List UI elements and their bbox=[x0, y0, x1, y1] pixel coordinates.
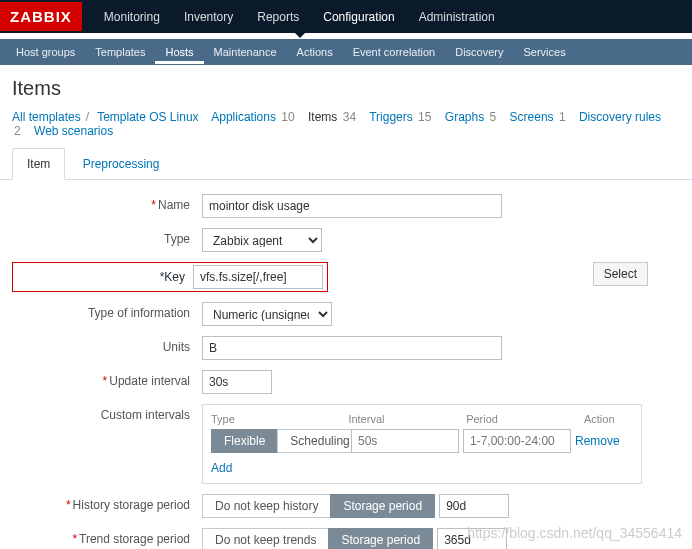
sub-nav: Host groups Templates Hosts Maintenance … bbox=[0, 39, 692, 65]
bc-graphs[interactable]: Graphs bbox=[445, 110, 484, 124]
bc-graphs-count: 5 bbox=[490, 110, 497, 124]
bc-items: Items bbox=[308, 110, 337, 124]
custom-intervals-label: Custom intervals bbox=[101, 408, 190, 422]
nav-monitoring[interactable]: Monitoring bbox=[92, 1, 172, 33]
update-interval-input[interactable] bbox=[202, 370, 272, 394]
subnav-maintenance[interactable]: Maintenance bbox=[204, 40, 287, 64]
item-form: *Name Type Zabbix agent *Key Select Type… bbox=[0, 180, 692, 549]
ci-head-type: Type bbox=[211, 413, 348, 425]
ci-remove-link[interactable]: Remove bbox=[575, 434, 620, 448]
history-input[interactable] bbox=[439, 494, 509, 518]
subnav-host-groups[interactable]: Host groups bbox=[6, 40, 85, 64]
ci-head-action: Action bbox=[584, 413, 633, 425]
bc-screens[interactable]: Screens bbox=[510, 110, 554, 124]
trend-input[interactable] bbox=[437, 528, 507, 549]
name-label: Name bbox=[158, 198, 190, 212]
key-label: Key bbox=[164, 270, 185, 284]
ci-interval-input[interactable] bbox=[351, 429, 459, 453]
ci-head-period: Period bbox=[466, 413, 584, 425]
page-title: Items bbox=[0, 65, 692, 110]
nav-arrow-icon bbox=[294, 32, 306, 38]
bc-discovery[interactable]: Discovery rules bbox=[579, 110, 661, 124]
ci-flexible-button[interactable]: Flexible bbox=[211, 429, 277, 453]
nav-configuration[interactable]: Configuration bbox=[311, 1, 406, 33]
type-label: Type bbox=[164, 232, 190, 246]
ci-head-interval: Interval bbox=[348, 413, 466, 425]
select-button[interactable]: Select bbox=[593, 262, 648, 286]
ci-period-input[interactable] bbox=[463, 429, 571, 453]
bc-items-count: 34 bbox=[343, 110, 356, 124]
nav-administration[interactable]: Administration bbox=[407, 1, 507, 33]
units-label: Units bbox=[163, 340, 190, 354]
history-nokeep-button[interactable]: Do not keep history bbox=[202, 494, 330, 518]
tab-preprocessing[interactable]: Preprocessing bbox=[69, 149, 174, 179]
bc-applications[interactable]: Applications bbox=[211, 110, 276, 124]
nav-reports[interactable]: Reports bbox=[245, 1, 311, 33]
breadcrumb: All templates/ Template OS Linux Applica… bbox=[0, 110, 692, 144]
bc-applications-count: 10 bbox=[281, 110, 294, 124]
top-nav: Monitoring Inventory Reports Configurati… bbox=[92, 1, 507, 33]
ci-scheduling-button[interactable]: Scheduling bbox=[277, 429, 362, 453]
key-input[interactable] bbox=[193, 265, 323, 289]
subnav-templates[interactable]: Templates bbox=[85, 40, 155, 64]
type-select[interactable]: Zabbix agent bbox=[202, 228, 322, 252]
logo: ZABBIX bbox=[0, 2, 82, 31]
bc-screens-count: 1 bbox=[559, 110, 566, 124]
toi-label: Type of information bbox=[88, 306, 190, 320]
trend-nokeep-button[interactable]: Do not keep trends bbox=[202, 528, 328, 549]
ci-add-link[interactable]: Add bbox=[211, 461, 633, 475]
history-keep-button[interactable]: Storage period bbox=[330, 494, 435, 518]
tab-item[interactable]: Item bbox=[12, 148, 65, 180]
subnav-discovery[interactable]: Discovery bbox=[445, 40, 513, 64]
history-label: History storage period bbox=[73, 498, 190, 512]
name-input[interactable] bbox=[202, 194, 502, 218]
tabs: Item Preprocessing bbox=[0, 148, 692, 180]
toi-select[interactable]: Numeric (unsigned) bbox=[202, 302, 332, 326]
units-input[interactable] bbox=[202, 336, 502, 360]
bc-all-templates[interactable]: All templates bbox=[12, 110, 81, 124]
update-interval-label: Update interval bbox=[109, 374, 190, 388]
bc-web[interactable]: Web scenarios bbox=[34, 124, 113, 138]
subnav-services[interactable]: Services bbox=[514, 40, 576, 64]
trend-keep-button[interactable]: Storage period bbox=[328, 528, 433, 549]
bc-triggers[interactable]: Triggers bbox=[369, 110, 413, 124]
subnav-hosts[interactable]: Hosts bbox=[155, 40, 203, 64]
bc-discovery-count: 2 bbox=[14, 124, 21, 138]
subnav-event-correlation[interactable]: Event correlation bbox=[343, 40, 446, 64]
trend-label: Trend storage period bbox=[79, 532, 190, 546]
nav-inventory[interactable]: Inventory bbox=[172, 1, 245, 33]
subnav-actions[interactable]: Actions bbox=[287, 40, 343, 64]
bc-triggers-count: 15 bbox=[418, 110, 431, 124]
bc-template[interactable]: Template OS Linux bbox=[97, 110, 198, 124]
